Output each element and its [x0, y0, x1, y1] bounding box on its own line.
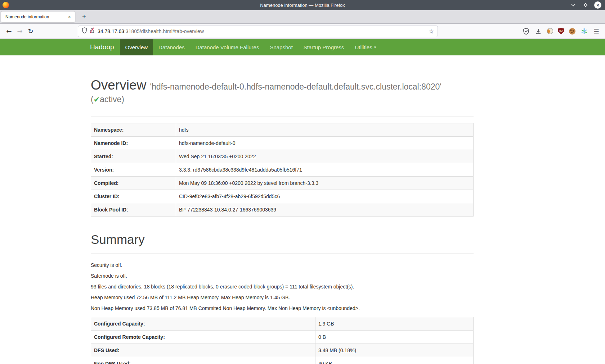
shield-icon[interactable] — [82, 27, 87, 35]
page-content: Overview 'hdfs-namenode-default-0.hdfs-n… — [91, 55, 474, 364]
url-path: :31805/dfshealth.html#tab-overview — [124, 28, 204, 34]
table-row: Block Pool ID:BP-772238843-10.84.0.27-16… — [91, 203, 474, 217]
page-title: Overview 'hdfs-namenode-default-0.hdfs-n… — [91, 78, 474, 105]
table-row: Compiled:Mon May 09 18:36:00 +0200 2022 … — [91, 177, 474, 190]
summary-line: Non Heap Memory used 73.85 MB of 76.81 M… — [91, 305, 474, 312]
table-row: Version:3.3.3, rd37586cbda38c338d9fe481a… — [91, 163, 474, 177]
extension-icon[interactable] — [547, 28, 553, 34]
table-row: Configured Remote Capacity:0 B — [91, 330, 474, 343]
summary-line: 93 files and directories, 18 blocks (18 … — [91, 283, 474, 290]
tab-title: Namenode information — [5, 14, 67, 19]
summary-paragraphs: Security is off. Safemode is off. 93 fil… — [91, 261, 474, 312]
ublock-origin-icon[interactable]: uO — [558, 28, 564, 35]
divider — [91, 253, 474, 254]
capacity-table: Configured Capacity:1.9 GB Configured Re… — [91, 317, 474, 364]
navbar-brand[interactable]: Hadoop — [90, 39, 120, 55]
summary-line: Security is off. — [91, 261, 474, 269]
divider — [91, 116, 474, 117]
new-tab-button[interactable]: + — [80, 13, 88, 21]
back-icon[interactable]: ← — [4, 26, 14, 37]
tab-bar: Namenode information × + — [0, 10, 605, 24]
nav-item-datanode-volume-failures[interactable]: Datanode Volume Failures — [190, 39, 265, 55]
forward-icon[interactable]: → — [14, 26, 25, 37]
nav-item-overview[interactable]: Overview — [120, 39, 153, 55]
table-row: DFS Used:3.48 MB (0.18%) — [91, 343, 474, 357]
maximize-icon[interactable] — [582, 1, 589, 9]
browser-toolbar: ← → ↻ 34.78.17.63:31805/dfshealth.html#t… — [0, 24, 605, 39]
chevron-down-icon: ▾ — [374, 45, 376, 50]
cookie-extension-icon[interactable] — [569, 28, 575, 35]
table-row: Cluster ID:CID-9ef02e83-afb7-4f28-ab29-6… — [91, 190, 474, 203]
table-row: Started:Wed Sep 21 16:03:35 +0200 2022 — [91, 150, 474, 163]
namenode-address: 'hdfs-namenode-default-0.hdfs-namenode-d… — [150, 82, 441, 91]
nav-item-snapshot[interactable]: Snapshot — [264, 39, 298, 55]
nav-item-utilities[interactable]: Utilities▾ — [349, 39, 381, 55]
toolbar-extensions: uO ☰ — [523, 28, 601, 35]
url-text[interactable]: 34.78.17.63:31805/dfshealth.html#tab-ove… — [98, 28, 429, 34]
sparkle-extension-icon[interactable] — [581, 28, 588, 35]
summary-heading: Summary — [91, 231, 474, 248]
downloads-icon[interactable] — [535, 28, 542, 35]
hadoop-navbar: Hadoop Overview Datanodes Datanode Volum… — [0, 39, 605, 55]
table-row: Non DFS Used:40 KB — [91, 357, 474, 364]
table-row: Namespace:hdfs — [91, 123, 474, 137]
url-host: 34.78.17.63 — [98, 28, 124, 34]
window-title: Namenode information — Mozilla Firefox — [0, 3, 605, 8]
close-icon[interactable]: × — [594, 1, 601, 9]
menu-icon[interactable]: ☰ — [593, 28, 600, 35]
table-row: Namenode ID:hdfs-namenode-default-0 — [91, 137, 474, 150]
summary-line: Heap Memory used 72.56 MB of 111.2 MB He… — [91, 294, 474, 301]
reload-icon[interactable]: ↻ — [25, 26, 36, 37]
tab-close-icon[interactable]: × — [67, 14, 72, 20]
namenode-info-table: Namespace:hdfs Namenode ID:hdfs-namenode… — [91, 123, 474, 217]
nav-item-datanodes[interactable]: Datanodes — [153, 39, 190, 55]
title-bar: Namenode information — Mozilla Firefox × — [0, 0, 605, 10]
insecure-lock-icon[interactable] — [89, 27, 95, 35]
window-controls: × — [570, 0, 601, 10]
check-icon: ✔ — [94, 95, 100, 104]
namenode-status: (✔active) — [91, 93, 474, 106]
table-row: Configured Capacity:1.9 GB — [91, 317, 474, 330]
browser-tab[interactable]: Namenode information × — [1, 12, 75, 22]
bookmark-star-icon[interactable]: ☆ — [429, 28, 434, 35]
protections-shield-icon[interactable] — [523, 28, 530, 35]
summary-line: Safemode is off. — [91, 272, 474, 279]
minimize-icon[interactable] — [570, 1, 577, 9]
url-bar[interactable]: 34.78.17.63:31805/dfshealth.html#tab-ove… — [78, 26, 438, 37]
nav-item-startup-progress[interactable]: Startup Progress — [298, 39, 350, 55]
